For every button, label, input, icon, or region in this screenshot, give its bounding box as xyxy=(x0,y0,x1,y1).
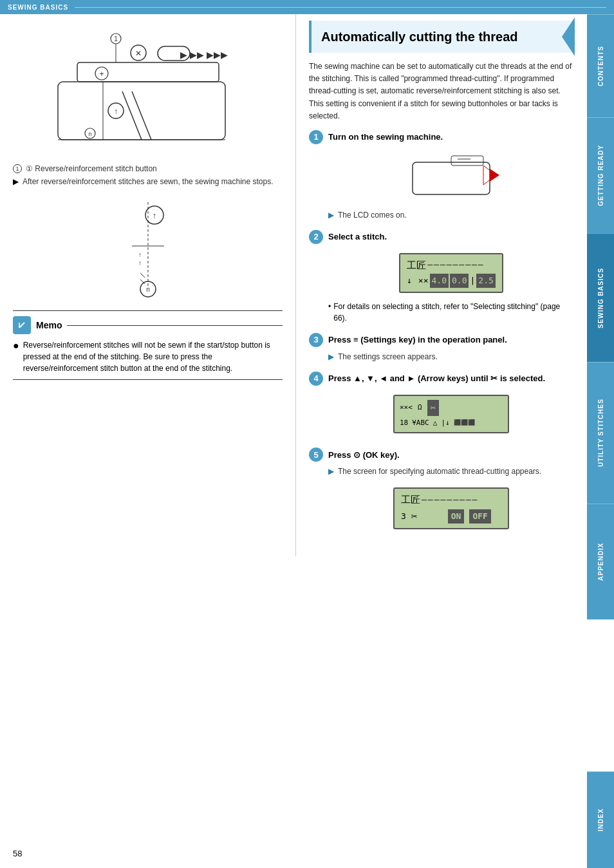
svg-rect-32 xyxy=(413,162,490,194)
svg-text:↑: ↑ xyxy=(138,259,142,267)
step-4-content: ××< Ω ✂ 18 ¥ABC △ |↓ ⬛⬛⬛ xyxy=(309,390,574,439)
memo-bottom-line xyxy=(13,379,283,380)
lcd-row2: ↓ ×× 4.0 0.0 | 2.5 xyxy=(407,274,496,288)
power-on-svg xyxy=(400,149,503,201)
step-1-title: Turn on the sewing machine. xyxy=(328,132,443,142)
memo-header: Memo xyxy=(13,316,283,334)
intro-text: The sewing machine can be set to automat… xyxy=(309,61,574,122)
svg-rect-10 xyxy=(58,82,225,140)
main-content: 1 ▶ ▶▶ ▶▶▶ ✕ + xyxy=(0,14,587,556)
top-diagram: 1 ▶ ▶▶ ▶▶▶ ✕ + xyxy=(13,27,283,158)
step-2-number: 2 xyxy=(309,230,323,244)
top-header-bar: SEWING BASICS xyxy=(0,0,614,14)
section-label: SEWING BASICS xyxy=(8,4,68,11)
lcd-row1: 工匠 ───────── xyxy=(407,258,496,273)
thread-cut-display: 工匠 ───────── 3 ✂ ON OFF xyxy=(393,487,509,529)
svg-rect-33 xyxy=(451,156,483,165)
svg-text:n: n xyxy=(88,131,91,137)
step-5-content: ▶ The screen for specifying automatic th… xyxy=(309,466,574,534)
sidebar-tab-appendix[interactable]: APPENDIX xyxy=(587,504,614,619)
sidebar-tab-utility-stitches[interactable]: UTILITY STITCHES xyxy=(587,362,614,504)
right-sidebar: CONTENTS GETTING READY SEWING BASICS UTI… xyxy=(587,14,614,868)
memo-underline xyxy=(67,325,283,326)
step-4: 4 Press ▲, ▼, ◄ and ► (Arrow keys) until… xyxy=(309,372,574,439)
step-2-note: • For details on selecting a stitch, ref… xyxy=(328,301,574,324)
section-title-box: Automatically cutting the thread xyxy=(309,21,574,53)
step-5-note: ▶ The screen for specifying automatic th… xyxy=(328,466,574,477)
step-1-diagram xyxy=(328,149,574,204)
step-5-display: 工匠 ───────── 3 ✂ ON OFF xyxy=(328,482,574,534)
step-1-number: 1 xyxy=(309,130,323,144)
step-3-content: ▶ The settings screen appears. xyxy=(309,351,574,363)
label-reverse-button: 1 ① Reverse/reinforcement stitch button xyxy=(13,164,283,173)
cut-display-row2: 3 ✂ ON OFF xyxy=(401,509,501,524)
sidebar-tab-getting-ready[interactable]: GETTING READY xyxy=(587,117,614,233)
cut-display-row1: 工匠 ───────── xyxy=(401,493,501,507)
step-3: 3 Press ≡ (Settings key) in the operatio… xyxy=(309,333,574,363)
sidebar-tab-index[interactable]: INDEX xyxy=(587,771,614,868)
memo-content: ● Reverse/reinforcement stitches will no… xyxy=(13,339,283,374)
memo-title: Memo xyxy=(36,320,62,330)
step-3-title: Press ≡ (Settings key) in the operation … xyxy=(328,335,507,344)
left-column: 1 ▶ ▶▶ ▶▶▶ ✕ + xyxy=(0,14,296,556)
svg-text:✕: ✕ xyxy=(135,49,142,58)
step-1: 1 Turn on the sewing machine. xyxy=(309,130,574,221)
step-4-title: Press ▲, ▼, ◄ and ► (Arrow keys) until ✂… xyxy=(328,373,545,383)
svg-line-15 xyxy=(132,91,151,140)
step-5-title: Press ⊙ (OK key). xyxy=(328,450,400,460)
memo-section: Memo ● Reverse/reinforcement stitches wi… xyxy=(13,310,283,374)
step-5-number: 5 xyxy=(309,448,323,462)
lcd-display-1: 工匠 ───────── ↓ ×× 4.0 0.0 | 2.5 xyxy=(399,253,503,293)
step-2: 2 Select a stitch. 工匠 ───────── ↓ ×× 4. xyxy=(309,230,574,324)
stitch-diagram: ↑ ↑ ↑ n xyxy=(13,196,283,301)
settings-row1: ××< Ω ✂ xyxy=(400,400,503,416)
step-1-content: ▶ The LCD comes on. xyxy=(309,149,574,221)
step-3-number: 3 xyxy=(309,333,323,347)
svg-line-27 xyxy=(140,273,145,278)
pencil-icon xyxy=(16,319,28,331)
step-4-header: 4 Press ▲, ▼, ◄ and ► (Arrow keys) until… xyxy=(309,372,574,386)
step-3-note: ▶ The settings screen appears. xyxy=(328,351,574,363)
sidebar-spacer xyxy=(587,619,614,771)
settings-display: ××< Ω ✂ 18 ¥ABC △ |↓ ⬛⬛⬛ xyxy=(393,395,509,434)
step-4-number: 4 xyxy=(309,372,323,386)
memo-icon xyxy=(13,316,31,334)
step-5: 5 Press ⊙ (OK key). ▶ The screen for spe… xyxy=(309,448,574,534)
settings-row2: 18 ¥ABC △ |↓ ⬛⬛⬛ xyxy=(400,418,503,429)
header-line xyxy=(75,7,606,8)
svg-marker-35 xyxy=(490,169,499,182)
svg-text:+: + xyxy=(99,70,104,79)
step-5-header: 5 Press ⊙ (OK key). xyxy=(309,448,574,462)
page-number: 58 xyxy=(13,849,22,858)
svg-text:n: n xyxy=(146,286,150,293)
svg-text:↑: ↑ xyxy=(152,211,156,220)
step-3-header: 3 Press ≡ (Settings key) in the operatio… xyxy=(309,333,574,347)
svg-line-14 xyxy=(122,91,142,140)
stitch-path-svg: ↑ ↑ ↑ n xyxy=(84,196,212,299)
step-2-lcd: 工匠 ───────── ↓ ×× 4.0 0.0 | 2.5 xyxy=(328,248,574,298)
step-1-header: 1 Turn on the sewing machine. xyxy=(309,130,574,144)
section-title: Automatically cutting the thread xyxy=(321,28,564,45)
step-2-content: 工匠 ───────── ↓ ×× 4.0 0.0 | 2.5 xyxy=(309,248,574,324)
svg-text:↑: ↑ xyxy=(138,251,142,258)
right-column: Automatically cutting the thread The sew… xyxy=(296,14,587,556)
svg-text:↑: ↑ xyxy=(114,107,118,116)
label-machine-stops: ▶ After reverse/reinforcement stitches a… xyxy=(13,177,283,186)
sidebar-tab-contents[interactable]: CONTENTS xyxy=(587,14,614,117)
sidebar-tab-sewing-basics[interactable]: SEWING BASICS xyxy=(587,233,614,362)
step-1-note: ▶ The LCD comes on. xyxy=(328,209,574,221)
step-2-header: 2 Select a stitch. xyxy=(309,230,574,244)
svg-text:1: 1 xyxy=(114,35,118,42)
step-2-title: Select a stitch. xyxy=(328,232,387,241)
step-4-display: ××< Ω ✂ 18 ¥ABC △ |↓ ⬛⬛⬛ xyxy=(328,390,574,439)
machine-diagram-svg: 1 ▶ ▶▶ ▶▶▶ ✕ + xyxy=(39,27,257,156)
